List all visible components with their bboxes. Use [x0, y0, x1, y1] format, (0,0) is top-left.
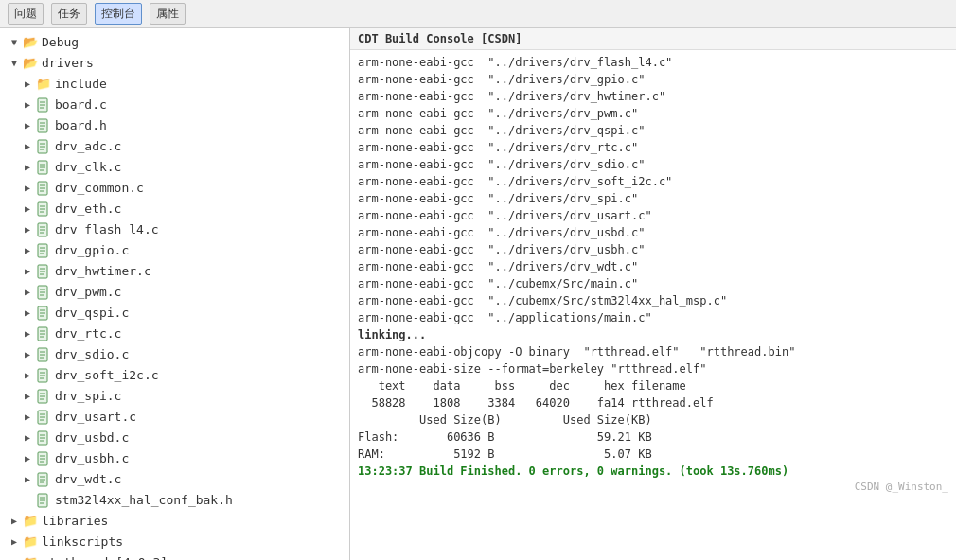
tree-label-libraries: libraries: [42, 512, 108, 531]
tree-item-drv_spi_c[interactable]: drv_spi.c: [0, 386, 349, 407]
folder-icon-debug: 📂: [23, 35, 38, 50]
tree-label-drv_usbh_c: drv_usbh.c: [55, 449, 129, 468]
console-line-19: text data bss dec hex filename: [358, 377, 948, 394]
file-icon-drv_usbd_c: [36, 430, 51, 446]
file-icon-drv_usart_c: [36, 410, 51, 425]
console-line-27: CSDN @_Winston_: [358, 480, 948, 496]
tree-label-drv_clk_c: drv_clk.c: [55, 158, 121, 177]
toolbar-btn-tasks[interactable]: 任务: [51, 3, 87, 25]
tree-item-include[interactable]: 📁include: [0, 74, 349, 95]
tree-label-linkscripts: linkscripts: [42, 533, 123, 551]
tree-label-drv_wdt_c: drv_wdt.c: [55, 470, 121, 489]
console-title: CDT Build Console [CSDN]: [350, 28, 956, 50]
tree-item-drv_pwm_c[interactable]: drv_pwm.c: [0, 282, 349, 303]
file-icon-drv_qspi_c: [36, 306, 51, 321]
tree-label-drivers: drivers: [42, 54, 94, 73]
tree-label-debug: Debug: [42, 33, 79, 52]
tree-item-drv_eth_c[interactable]: drv_eth.c: [0, 199, 349, 219]
tree-label-drv_rtc_c: drv_rtc.c: [55, 324, 121, 343]
console-line-23: Flash: 60636 B 59.21 KB: [358, 429, 948, 446]
tree-item-drv_soft_i2c_c[interactable]: drv_soft_i2c.c: [0, 365, 349, 386]
file-icon-drv_common_c: [36, 181, 51, 196]
tree-label-rt_thread: rt-thread [4.0.3]: [42, 553, 168, 560]
file-icon-drv_sdio_c: [36, 347, 51, 362]
console-line-12: arm-none-eabi-gcc "../drivers/drv_wdt.c": [358, 258, 948, 275]
tree-item-drv_usbd_c[interactable]: drv_usbd.c: [0, 428, 349, 448]
file-tree: 📂Debug📂drivers📁include board.c board.h d…: [0, 28, 350, 560]
console-line-3: arm-none-eabi-gcc "../drivers/drv_pwm.c": [358, 105, 948, 122]
tree-item-drv_wdt_c[interactable]: drv_wdt.c: [0, 469, 349, 490]
file-icon-drv_wdt_c: [36, 472, 51, 487]
tree-item-drv_clk_c[interactable]: drv_clk.c: [0, 157, 349, 178]
tree-item-drv_usart_c[interactable]: drv_usart.c: [0, 407, 349, 428]
folder-icon-linkscripts: 📁: [23, 534, 38, 550]
tree-arrow-drv_gpio_c: [21, 244, 34, 257]
console-line-9: arm-none-eabi-gcc "../drivers/drv_usart.…: [358, 207, 948, 224]
tree-arrow-linkscripts: [8, 535, 21, 549]
console-line-13: arm-none-eabi-gcc "../cubemx/Src/main.c": [358, 275, 948, 292]
tree-item-drivers[interactable]: 📂drivers: [0, 53, 349, 74]
tree-item-drv_hwtimer_c[interactable]: drv_hwtimer.c: [0, 261, 349, 282]
tree-item-drv_common_c[interactable]: drv_common.c: [0, 178, 349, 199]
tree-arrow-board_c: [21, 98, 34, 112]
folder-icon-rt_thread: 📁: [23, 555, 38, 560]
console-line-4: arm-none-eabi-gcc "../drivers/drv_qspi.c…: [358, 122, 948, 139]
tree-arrow-libraries: [8, 515, 21, 528]
tree-label-drv_soft_i2c_c: drv_soft_i2c.c: [55, 366, 159, 385]
console-line-11: arm-none-eabi-gcc "../drivers/drv_usbh.c…: [358, 241, 948, 258]
tree-arrow-drv_eth_c: [21, 202, 34, 216]
toolbar-btn-properties[interactable]: 属性: [150, 3, 186, 25]
console-line-20: 58828 1808 3384 64020 fa14 rtthread.elf: [358, 394, 948, 411]
tree-arrow-rt_thread: [8, 556, 21, 560]
console-line-7: arm-none-eabi-gcc "../drivers/drv_soft_i…: [358, 173, 948, 190]
tree-item-drv_rtc_c[interactable]: drv_rtc.c: [0, 324, 349, 344]
console-line-5: arm-none-eabi-gcc "../drivers/drv_rtc.c": [358, 139, 948, 156]
tree-label-board_h: board.h: [55, 116, 107, 135]
tree-label-drv_usbd_c: drv_usbd.c: [55, 429, 129, 447]
tree-item-drv_sdio_c[interactable]: drv_sdio.c: [0, 344, 349, 365]
tree-arrow-drv_adc_c: [21, 140, 34, 153]
console-line-6: arm-none-eabi-gcc "../drivers/drv_sdio.c…: [358, 156, 948, 173]
tree-arrow-include: [21, 78, 34, 91]
tree-item-drv_flash_l4_c[interactable]: drv_flash_l4.c: [0, 219, 349, 240]
file-icon-drv_gpio_c: [36, 243, 51, 258]
folder-icon-drivers: 📂: [23, 56, 38, 71]
tree-item-board_c[interactable]: board.c: [0, 95, 349, 115]
tree-arrow-board_h: [21, 119, 34, 132]
console-content[interactable]: arm-none-eabi-gcc "../drivers/drv_flash_…: [350, 50, 956, 560]
tree-item-stm32l4xx_hal_conf_bak_h[interactable]: stm32l4xx_hal_conf_bak.h: [0, 490, 349, 511]
tree-label-drv_gpio_c: drv_gpio.c: [55, 241, 129, 260]
tree-item-drv_usbh_c[interactable]: drv_usbh.c: [0, 448, 349, 469]
tree-item-rt_thread[interactable]: 📁rt-thread [4.0.3]: [0, 552, 349, 560]
file-icon-stm32l4xx_hal_conf_bak_h: [36, 493, 51, 508]
file-icon-drv_pwm_c: [36, 285, 51, 300]
toolbar-btn-console[interactable]: 控制台: [95, 3, 142, 25]
console-line-17: arm-none-eabi-objcopy -O binary "rtthrea…: [358, 343, 948, 360]
file-icon-drv_rtc_c: [36, 326, 51, 341]
console-line-10: arm-none-eabi-gcc "../drivers/drv_usbd.c…: [358, 224, 948, 241]
toolbar-btn-problems[interactable]: 问题: [8, 3, 44, 25]
tree-label-drv_pwm_c: drv_pwm.c: [55, 283, 121, 302]
tree-item-libraries[interactable]: 📁libraries: [0, 511, 349, 532]
tree-label-drv_adc_c: drv_adc.c: [55, 137, 121, 156]
file-icon-board_h: [36, 118, 51, 133]
tree-label-drv_eth_c: drv_eth.c: [55, 200, 121, 219]
tree-item-linkscripts[interactable]: 📁linkscripts: [0, 532, 349, 552]
tree-item-drv_gpio_c[interactable]: drv_gpio.c: [0, 240, 349, 261]
console-line-2: arm-none-eabi-gcc "../drivers/drv_hwtime…: [358, 88, 948, 105]
console-line-22: Used Size(B) Used Size(KB): [358, 411, 948, 429]
tree-item-board_h[interactable]: board.h: [0, 115, 349, 136]
tree-arrow-drv_qspi_c: [21, 306, 34, 320]
tree-arrow-drv_usbh_c: [21, 452, 34, 465]
tree-item-debug[interactable]: 📂Debug: [0, 32, 349, 53]
file-icon-board_c: [36, 97, 51, 113]
tree-label-board_c: board.c: [55, 96, 107, 114]
toolbar: 问题 任务 控制台 属性: [0, 0, 956, 28]
console-line-8: arm-none-eabi-gcc "../drivers/drv_spi.c": [358, 190, 948, 207]
folder-icon-include: 📁: [36, 77, 51, 92]
file-icon-drv_spi_c: [36, 389, 51, 404]
tree-item-drv_adc_c[interactable]: drv_adc.c: [0, 136, 349, 157]
tree-item-drv_qspi_c[interactable]: drv_qspi.c: [0, 303, 349, 324]
file-icon-drv_flash_l4_c: [36, 222, 51, 237]
file-icon-drv_eth_c: [36, 201, 51, 217]
